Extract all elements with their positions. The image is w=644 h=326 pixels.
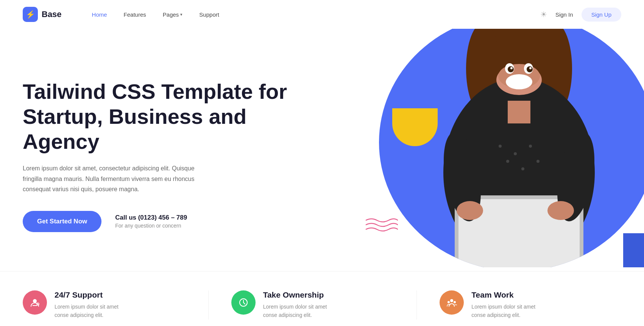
svg-point-33 xyxy=(454,301,456,303)
support-text: 24/7 Support Lorem ipsum dolor sit amet … xyxy=(55,290,134,320)
hero-description: Lorem ipsum dolor sit amet, consectetur … xyxy=(23,163,212,194)
signin-link[interactable]: Sign In xyxy=(555,11,573,18)
svg-point-8 xyxy=(529,145,532,148)
svg-point-17 xyxy=(547,201,574,220)
teamwork-text: Team Work Lorem ipsum dolor sit amet con… xyxy=(471,290,551,320)
teamwork-title: Team Work xyxy=(471,290,551,299)
svg-point-10 xyxy=(521,167,524,170)
ownership-icon-wrap xyxy=(231,290,256,315)
svg-point-24 xyxy=(527,66,533,72)
theme-toggle-icon[interactable]: ☀ xyxy=(540,10,547,19)
teamwork-icon xyxy=(446,297,457,308)
svg-point-31 xyxy=(450,299,453,302)
svg-point-16 xyxy=(457,201,483,220)
svg-rect-5 xyxy=(508,101,530,123)
feature-support: 24/7 Support Lorem ipsum dolor sit amet … xyxy=(23,290,204,320)
svg-point-11 xyxy=(536,160,540,163)
svg-point-7 xyxy=(514,152,517,155)
hero-section: Tailwind CSS Template for Startup, Busin… xyxy=(0,29,644,267)
wavy-decoration xyxy=(364,217,398,237)
hero-left: Tailwind CSS Template for Startup, Busin… xyxy=(23,79,310,232)
hero-person-svg xyxy=(379,29,644,267)
nav-pages[interactable]: Pages ▾ xyxy=(163,11,183,18)
svg-point-26 xyxy=(529,67,532,69)
navbar: ⚡ Base Home Features Pages ▾ Support ☀ S… xyxy=(0,0,644,29)
svg-point-9 xyxy=(506,160,509,163)
ownership-title: Take Ownership xyxy=(263,290,343,299)
chevron-down-icon: ▾ xyxy=(180,12,182,17)
nav-features[interactable]: Features xyxy=(124,11,146,18)
nav-home[interactable]: Home xyxy=(92,11,107,18)
teamwork-desc: Lorem ipsum dolor sit amet conse adipisc… xyxy=(471,303,551,320)
blue-decoration xyxy=(623,233,644,267)
hero-actions: Get Started Now Call us (0123) 456 – 789… xyxy=(23,211,310,232)
call-info: Call us (0123) 456 – 789 For any questio… xyxy=(115,214,187,229)
logo-icon: ⚡ xyxy=(23,7,38,22)
logo[interactable]: ⚡ Base xyxy=(23,7,62,22)
svg-point-32 xyxy=(448,301,450,303)
hero-title: Tailwind CSS Template for Startup, Busin… xyxy=(23,79,310,154)
features-section: 24/7 Support Lorem ipsum dolor sit amet … xyxy=(0,271,644,326)
nav-right: ☀ Sign In Sign Up xyxy=(540,8,621,22)
ownership-text: Take Ownership Lorem ipsum dolor sit ame… xyxy=(263,290,343,320)
svg-point-20 xyxy=(506,74,532,89)
ownership-icon xyxy=(238,297,249,308)
call-number: Call us (0123) 456 – 789 xyxy=(115,214,187,221)
nav-support[interactable]: Support xyxy=(199,11,219,18)
support-icon xyxy=(30,297,40,308)
support-desc: Lorem ipsum dolor sit amet conse adipisc… xyxy=(55,303,134,320)
teamwork-icon-wrap xyxy=(440,290,464,315)
call-subtitle: For any question or concern xyxy=(115,223,187,229)
ownership-desc: Lorem ipsum dolor sit amet conse adipisc… xyxy=(263,303,343,320)
svg-point-6 xyxy=(499,145,502,148)
svg-point-23 xyxy=(508,66,514,72)
logo-text: Base xyxy=(42,9,62,19)
support-icon-wrap xyxy=(23,290,47,315)
support-title: 24/7 Support xyxy=(55,290,134,299)
nav-links: Home Features Pages ▾ Support xyxy=(92,11,540,18)
svg-point-27 xyxy=(33,299,37,303)
get-started-button[interactable]: Get Started Now xyxy=(23,211,101,232)
hero-illustration xyxy=(334,29,644,267)
svg-point-25 xyxy=(510,67,513,69)
feature-teamwork: Team Work Lorem ipsum dolor sit amet con… xyxy=(416,290,621,320)
signup-button[interactable]: Sign Up xyxy=(582,8,621,22)
feature-ownership: Take Ownership Lorem ipsum dolor sit ame… xyxy=(208,290,413,320)
hero-circle xyxy=(379,29,644,267)
